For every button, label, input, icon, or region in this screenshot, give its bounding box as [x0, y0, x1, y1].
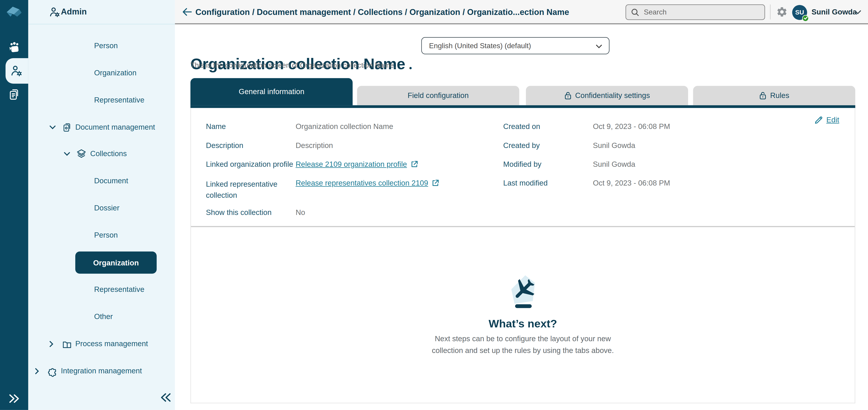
- search-icon: [631, 8, 640, 17]
- back-arrow-icon[interactable]: [182, 8, 192, 16]
- whats-next-text-line1: Next steps can be to configure the layou…: [191, 334, 855, 343]
- field-value: Sunil Gowda: [593, 160, 635, 168]
- chevron-down-icon[interactable]: [49, 125, 56, 130]
- sidebar-item-representative-collection[interactable]: Representative: [94, 284, 144, 296]
- tab-field-configuration[interactable]: Field configuration: [357, 86, 519, 105]
- chevron-down-icon: [595, 45, 602, 49]
- tab-rules[interactable]: Rules: [693, 86, 855, 105]
- search-input[interactable]: [643, 5, 762, 19]
- sidebar: Admin Person Organization Representative…: [28, 0, 175, 410]
- field-label: Description: [206, 141, 243, 149]
- tab-underline-bar: [190, 105, 855, 108]
- whats-next-title: What’s next?: [191, 317, 855, 330]
- page-subtitle: This is the configuration screen of Orga…: [190, 61, 396, 69]
- expand-rail-icon[interactable]: [8, 393, 20, 404]
- breadcrumb[interactable]: Configuration / Document management / Co…: [195, 7, 569, 17]
- app-logo-icon[interactable]: [5, 4, 23, 19]
- title-separator: •: [409, 63, 412, 72]
- sidebar-item-document[interactable]: Document: [94, 175, 128, 187]
- user-settings-icon[interactable]: [10, 64, 23, 78]
- document-gear-icon: [62, 122, 72, 133]
- field-value: Oct 9, 2023 - 06:08 PM: [593, 179, 670, 187]
- field-label: Last modified: [503, 179, 548, 187]
- gear-icon[interactable]: [776, 6, 788, 18]
- avatar[interactable]: SU: [792, 5, 807, 20]
- linked-organization-profile-link[interactable]: Release 2109 organization profile: [296, 160, 418, 168]
- field-value: Sunil Gowda: [593, 141, 635, 149]
- app-window: Admin Person Organization Representative…: [0, 0, 868, 410]
- pencil-icon: [813, 115, 822, 124]
- user-settings-icon: [49, 6, 61, 18]
- sidebar-item-organization-active[interactable]: Organization: [75, 252, 157, 274]
- collapse-sidebar-icon[interactable]: [160, 392, 172, 403]
- chevron-down-icon[interactable]: [854, 10, 862, 15]
- sidebar-item-dossier[interactable]: Dossier: [94, 202, 119, 214]
- whats-next-text-line2: collection and set up the rules by using…: [191, 346, 855, 354]
- search-box: [626, 4, 765, 20]
- teams-icon[interactable]: [7, 41, 21, 55]
- field-value: No: [296, 208, 305, 216]
- field-value: Oct 9, 2023 - 06:08 PM: [593, 122, 670, 130]
- sidebar-item-other[interactable]: Other: [94, 311, 113, 323]
- layers-icon: [76, 148, 87, 159]
- field-value: Description: [296, 141, 333, 149]
- status-badge: [802, 15, 809, 21]
- folder-icon: [62, 339, 72, 350]
- chevron-down-icon[interactable]: [64, 152, 70, 156]
- topbar: Configuration / Document management / Co…: [175, 0, 868, 24]
- linked-representative-collection-link[interactable]: Release representatives collection 2109: [296, 179, 440, 187]
- sidebar-item-organization[interactable]: Organization: [94, 67, 136, 79]
- sidebar-item-person[interactable]: Person: [94, 40, 118, 52]
- field-label: Created on: [503, 122, 540, 130]
- lock-icon: [564, 91, 572, 100]
- sidebar-header-admin[interactable]: Admin: [28, 0, 175, 24]
- lock-icon: [759, 91, 767, 100]
- tab-confidentiality-settings[interactable]: Confidentiality settings: [526, 86, 688, 105]
- general-information-panel: Edit Name Organization collection Name D…: [190, 108, 855, 403]
- field-label: Linked representative collection: [206, 179, 286, 201]
- plane-landing-icon: [506, 274, 540, 310]
- sidebar-header-label: Admin: [61, 6, 87, 16]
- chevron-right-icon[interactable]: [49, 341, 54, 347]
- chevron-right-icon[interactable]: [35, 368, 39, 375]
- tab-general-information[interactable]: General information: [190, 78, 352, 105]
- field-label: Modified by: [503, 160, 541, 168]
- documents-icon[interactable]: [7, 88, 21, 101]
- field-label: Linked organization profile: [206, 160, 293, 168]
- language-select[interactable]: English (United States) (default): [421, 37, 609, 54]
- puzzle-icon: [47, 365, 59, 377]
- left-rail: [0, 0, 28, 410]
- user-name[interactable]: Sunil Gowda: [811, 8, 857, 16]
- main-content: Organization collection Name • English (…: [175, 24, 868, 410]
- topbar-divider: [770, 4, 771, 20]
- field-label: Created by: [503, 141, 540, 149]
- panel-divider: [191, 226, 855, 227]
- sidebar-item-person-collection[interactable]: Person: [94, 229, 118, 242]
- field-label: Show this collection: [206, 208, 272, 216]
- external-link-icon: [410, 160, 419, 168]
- external-link-icon: [431, 179, 440, 187]
- field-label: Name: [206, 122, 226, 130]
- sidebar-item-representative[interactable]: Representative: [94, 94, 144, 106]
- edit-button[interactable]: Edit: [813, 115, 839, 124]
- field-value: Organization collection Name: [296, 122, 393, 130]
